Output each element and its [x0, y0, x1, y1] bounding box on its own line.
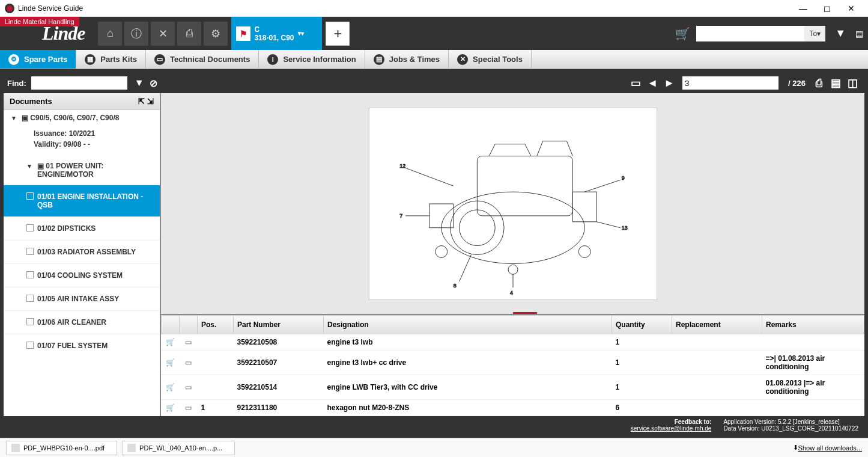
search-to-dropdown[interactable]: To ▾	[804, 26, 825, 41]
note-icon[interactable]: ▭	[180, 351, 198, 375]
filter-button[interactable]: ▼	[132, 76, 147, 90]
info-button[interactable]: ⓘ	[124, 22, 148, 46]
tab-spare-parts[interactable]: ⚙Spare Parts	[0, 50, 76, 69]
table-row[interactable]: 🛒▭19212311180hexagon nut M20-8-ZNS6	[162, 400, 864, 416]
find-bar: Find: ▼ ⊘ ▭ ◄ ► / 226 ⎙ ▤ ◫	[4, 73, 864, 93]
feedback-email-link[interactable]: service.software@linde-mh.de	[631, 425, 712, 432]
main-panel: 12 7 9 13 4 8	[161, 93, 864, 416]
note-icon[interactable]: ▭	[180, 400, 198, 416]
engine-diagram: 12 7 9 13 4 8	[369, 108, 657, 300]
app-icon	[5, 4, 14, 13]
show-all-downloads-link[interactable]: Show all downloads...	[798, 444, 862, 452]
vehicle-tab[interactable]: ⚑ C 318-01, C90 ▼ ▾	[231, 17, 322, 50]
pdf-icon	[11, 444, 20, 452]
tab-parts-kits[interactable]: ▦Parts Kits	[76, 50, 146, 69]
svg-text:7: 7	[399, 212, 402, 218]
add-to-cart-icon[interactable]: 🛒	[162, 400, 180, 416]
chevron-down-icon: ▼	[11, 115, 17, 121]
maximize-button[interactable]: ◻	[815, 0, 839, 17]
table-row[interactable]: 🛒▭3592210507engine t3 lwb+ cc drive1=>| …	[162, 351, 864, 375]
top-search: To ▾	[696, 26, 825, 41]
print-page-button[interactable]: ⎙	[810, 76, 827, 90]
add-to-cart-icon[interactable]: 🛒	[162, 334, 180, 351]
kit-icon: ▦	[85, 54, 96, 65]
home-button[interactable]: ⌂	[98, 22, 122, 46]
svg-line-13	[584, 180, 621, 192]
content-area: Find: ▼ ⊘ ▭ ◄ ► / 226 ⎙ ▤ ◫ Documents ⇱ …	[0, 69, 868, 438]
next-page-button[interactable]: ►	[661, 76, 678, 90]
tree-item-01-07[interactable]: 01/07 FUEL SYSTEM	[4, 334, 160, 357]
tree-root[interactable]: ▼ ▣ C90/5, C90/6, C90/7, C90/8	[4, 110, 160, 126]
clear-filter-button[interactable]: ⊘	[147, 76, 161, 90]
status-bar: Feedback to: service.software@linde-mh.d…	[4, 416, 864, 434]
forklift-icon: ⚑	[236, 26, 250, 41]
download-arrow-icon: ⬇	[793, 444, 798, 452]
layout-button-2[interactable]: ◫	[844, 76, 861, 90]
tree-item-01-04[interactable]: 01/04 COOLING SYSTEM	[4, 263, 160, 287]
svg-point-8	[508, 265, 518, 274]
svg-point-3	[459, 209, 495, 245]
table-row[interactable]: 🛒▭3592210508engine t3 lwb1	[162, 334, 864, 351]
filter-icon[interactable]: ▼	[835, 27, 846, 40]
svg-text:13: 13	[621, 224, 627, 230]
tree-item-01-03[interactable]: 01/03 RADIATOR ASSEMBLY	[4, 240, 160, 263]
tree-meta: Issuance: 10/2021 Validity: 09/08 - -	[4, 126, 160, 156]
tree-item-01-01[interactable]: 01/01 ENGINE INSTALLATION - QSB	[4, 185, 160, 216]
tree-group[interactable]: ▼ ▣ 01 POWER UNIT: ENGINE/MOTOR	[4, 156, 160, 185]
note-icon[interactable]: ▭	[180, 375, 198, 400]
tree-item-01-06[interactable]: 01/06 AIR CLEANER	[4, 310, 160, 334]
layout-button-1[interactable]: ▤	[827, 76, 844, 90]
svg-line-15	[596, 221, 621, 227]
table-row[interactable]: 🛒▭3592210514engine LWB Tier3, with CC dr…	[162, 375, 864, 400]
tab-service-information[interactable]: iService Information	[259, 50, 365, 69]
svg-line-9	[405, 168, 454, 186]
menu-icon[interactable]: ▤	[855, 29, 863, 38]
page-input[interactable]	[682, 76, 778, 90]
expand-tree-icon[interactable]: ⇱	[138, 97, 145, 106]
tab-jobs-times[interactable]: ▤Jobs & Times	[365, 50, 449, 69]
svg-text:9: 9	[621, 175, 624, 181]
add-vehicle-button[interactable]: +	[326, 22, 350, 46]
tools-button[interactable]: ✕	[151, 22, 175, 46]
download-bar: PDF_WHBPG10-en-0....pdf PDF_WL_040_A10-e…	[0, 438, 868, 457]
top-search-input[interactable]	[696, 26, 804, 41]
svg-text:12: 12	[399, 163, 405, 169]
cart-icon[interactable]: 🛒	[675, 26, 690, 41]
tab-technical-documents[interactable]: ▭Technical Documents	[146, 50, 259, 69]
documents-sidebar: Documents ⇱ ⇲ ▼ ▣ C90/5, C90/6, C90/7, C…	[4, 93, 161, 416]
document-icon: ▭	[154, 54, 165, 65]
app-header: Linde ⌂ ⓘ ✕ ⎙ ⚙ ⚑ C 318-01, C90 ▼ ▾ + 🛒 …	[0, 17, 868, 50]
svg-point-6	[435, 245, 447, 257]
add-to-cart-icon[interactable]: 🛒	[162, 375, 180, 400]
svg-text:8: 8	[453, 283, 456, 289]
clipboard-icon: ▤	[374, 54, 384, 65]
workspace: Documents ⇱ ⇲ ▼ ▣ C90/5, C90/6, C90/7, C…	[4, 93, 864, 416]
gear-icon: ⚙	[8, 54, 19, 65]
window-titlebar: Linde Service Guide — ◻ ✕	[0, 0, 868, 17]
info-icon: i	[267, 54, 278, 65]
collapse-tree-icon[interactable]: ⇲	[147, 97, 154, 106]
settings-button[interactable]: ⚙	[204, 22, 228, 46]
chevron-down-icon: ▼	[26, 163, 32, 170]
main-tabs: ⚙Spare Parts ▦Parts Kits ▭Technical Docu…	[0, 50, 868, 69]
note-icon[interactable]: ▭	[180, 334, 198, 351]
bookmark-icon[interactable]: ▭	[627, 76, 644, 90]
wrench-icon: ✕	[457, 54, 468, 65]
vehicle-line1: C	[254, 25, 294, 34]
svg-point-7	[578, 245, 590, 257]
document-tree: ▼ ▣ C90/5, C90/6, C90/7, C90/8 Issuance:…	[4, 110, 160, 416]
download-item[interactable]: PDF_WL_040_A10-en....p...	[122, 441, 235, 455]
add-to-cart-icon[interactable]: 🛒	[162, 351, 180, 375]
tree-item-01-02[interactable]: 01/02 DIPSTICKS	[4, 216, 160, 240]
svg-rect-5	[429, 204, 453, 228]
page-total: / 226	[788, 79, 806, 88]
download-item[interactable]: PDF_WHBPG10-en-0....pdf	[6, 441, 117, 455]
prev-page-button[interactable]: ◄	[644, 76, 661, 90]
diagram-viewer[interactable]: 12 7 9 13 4 8	[161, 93, 864, 314]
print-button[interactable]: ⎙	[177, 22, 201, 46]
find-input[interactable]	[31, 76, 127, 90]
tree-item-01-05[interactable]: 01/05 AIR INTAKE ASSY	[4, 287, 160, 310]
tab-special-tools[interactable]: ✕Special Tools	[449, 50, 532, 69]
minimize-button[interactable]: —	[791, 0, 815, 17]
close-button[interactable]: ✕	[839, 0, 863, 17]
